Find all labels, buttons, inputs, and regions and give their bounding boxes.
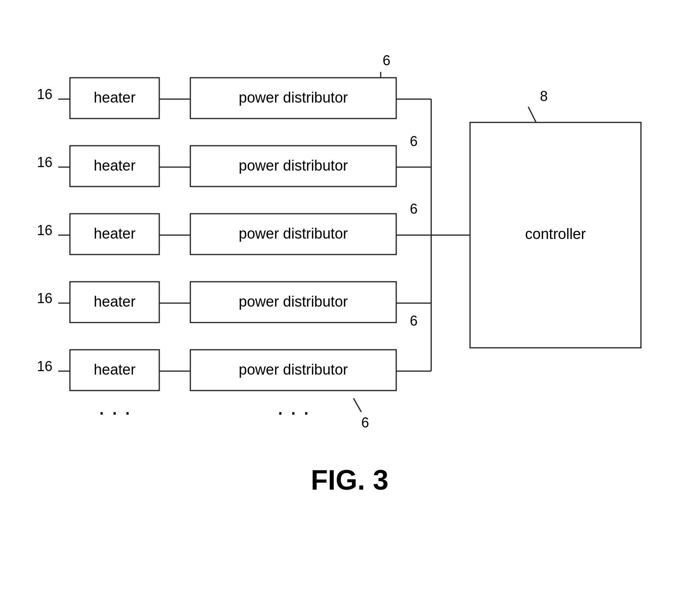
heater-label-1: heater (94, 89, 136, 106)
ref-6-row3: 6 (410, 201, 418, 217)
ref-16-row3: 16 (37, 222, 52, 238)
ellipsis-distributor: · · · (277, 399, 309, 425)
diagram-container: .box { fill: white; stroke: #222; stroke… (23, 31, 676, 536)
ref-16-row4: 16 (37, 290, 52, 306)
heater-label-4: heater (94, 293, 136, 310)
distributor-label-4: power distributor (239, 293, 348, 310)
svg-line-19 (353, 398, 361, 412)
controller-label: controller (525, 226, 586, 242)
ref-6-bottom: 6 (361, 415, 369, 431)
heater-label-5: heater (94, 361, 136, 378)
distributor-label-3: power distributor (239, 225, 348, 242)
ellipsis-heater: · · · (98, 399, 131, 425)
ref-16-row5: 16 (37, 358, 52, 374)
heater-label-3: heater (94, 225, 136, 242)
ref-6-top: 6 (383, 52, 390, 68)
ref-6-row4: 6 (410, 313, 418, 329)
figure-caption: FIG. 3 (311, 464, 388, 495)
distributor-label-5: power distributor (239, 361, 348, 378)
ref-6-row2: 6 (410, 133, 418, 149)
ref-16-row2: 16 (37, 154, 52, 170)
ref-8: 8 (540, 88, 548, 104)
distributor-label-2: power distributor (239, 157, 348, 174)
heater-label-2: heater (94, 157, 136, 174)
distributor-label-1: power distributor (239, 89, 348, 106)
ref-16-row1: 16 (37, 86, 52, 102)
svg-line-18 (528, 107, 536, 122)
